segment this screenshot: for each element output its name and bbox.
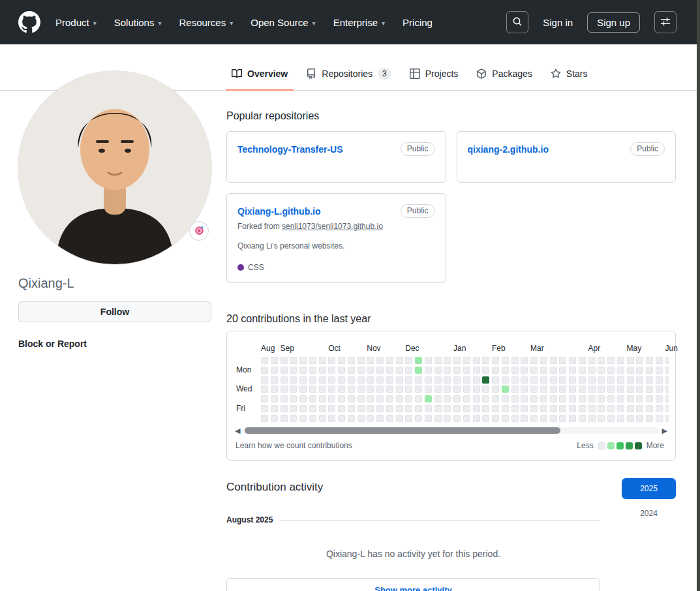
contribution-cell xyxy=(579,405,586,412)
contribution-cell xyxy=(511,357,519,364)
nav-open-source[interactable]: Open Source▾ xyxy=(251,17,315,28)
tab-repositories[interactable]: Repositories3 xyxy=(300,68,397,91)
contribution-cell xyxy=(358,357,365,364)
contribution-cell xyxy=(338,415,345,422)
block-or-report-link[interactable]: Block or Report xyxy=(18,339,211,349)
window-scrollbar[interactable] xyxy=(697,0,700,591)
year-2025-button[interactable]: 2025 xyxy=(622,478,676,499)
contribution-cell xyxy=(588,357,596,364)
year-2024-link[interactable]: 2024 xyxy=(622,509,676,518)
sign-up-button[interactable]: Sign up xyxy=(587,12,640,33)
contribution-cell xyxy=(367,357,374,364)
tab-projects[interactable]: Projects xyxy=(404,68,464,91)
fork-source-link[interactable]: senli1073/senli1073.github.io xyxy=(282,222,383,231)
search-button[interactable] xyxy=(506,11,528,33)
contribution-cell xyxy=(617,376,624,384)
contribution-cell xyxy=(261,367,268,374)
contribution-cell xyxy=(319,395,326,402)
contribution-cell xyxy=(627,395,634,402)
graph-scrollbar: ◀ ▶ xyxy=(234,427,669,434)
month-label-apr: Apr xyxy=(588,344,601,353)
nav-product[interactable]: Product▾ xyxy=(55,17,97,28)
contribution-cell xyxy=(358,367,365,374)
contribution-cell xyxy=(627,415,634,422)
nav-resources[interactable]: Resources▾ xyxy=(179,17,233,28)
day-label-fri: Fri xyxy=(236,405,245,412)
contribution-cell xyxy=(453,357,461,364)
contribution-cell xyxy=(540,376,547,384)
month-label-oct: Oct xyxy=(328,344,341,353)
contribution-cell xyxy=(367,376,374,384)
contribution-cell xyxy=(463,376,470,384)
site-header: Product▾Solutions▾Resources▾Open Source▾… xyxy=(0,0,700,44)
contribution-cell xyxy=(463,367,470,374)
contribution-cell xyxy=(482,405,489,412)
contribution-cell xyxy=(328,376,335,384)
contribution-cell xyxy=(588,415,596,422)
contribution-cell xyxy=(261,376,268,384)
repo-link[interactable]: Technology-Transfer-US xyxy=(237,144,343,155)
contribution-cell xyxy=(579,395,586,402)
contribution-cell xyxy=(444,405,451,412)
contribution-cell xyxy=(386,376,393,384)
contribution-cell xyxy=(521,367,528,374)
avatar[interactable] xyxy=(18,71,211,264)
month-label-jan: Jan xyxy=(453,344,466,353)
show-more-activity-button[interactable]: Show more activity xyxy=(226,578,600,591)
contribution-cell xyxy=(405,395,412,402)
contribution-cell xyxy=(309,386,316,393)
contribution-cell xyxy=(309,395,316,402)
contribution-cell xyxy=(463,395,470,402)
contribution-cell xyxy=(598,405,605,412)
contribution-cell xyxy=(281,376,288,384)
contribution-cell xyxy=(396,415,403,422)
contribution-cell xyxy=(396,386,403,393)
profile-status-badge[interactable] xyxy=(189,221,209,241)
repo-link[interactable]: Qixiang-L.github.io xyxy=(237,206,321,217)
graph-month-labels: AugSepOctNovDecJanFebMarAprMayJun xyxy=(261,344,669,354)
contribution-cell xyxy=(319,376,326,384)
legend-level-1 xyxy=(607,442,615,449)
contribution-cell xyxy=(627,367,634,374)
github-logo-icon[interactable] xyxy=(18,11,40,33)
contribution-graph-card: AugSepOctNovDecJanFebMarAprMayJun MonWed… xyxy=(226,331,676,461)
follow-button[interactable]: Follow xyxy=(18,301,211,322)
contribution-cell xyxy=(473,395,480,402)
contribution-cell xyxy=(540,357,547,364)
contribution-cell xyxy=(502,405,509,412)
tab-stars[interactable]: Stars xyxy=(545,68,594,91)
sign-in-link[interactable]: Sign in xyxy=(543,17,573,28)
contribution-cell xyxy=(550,357,557,364)
contribution-cell xyxy=(463,386,470,393)
contribution-cell xyxy=(309,415,316,422)
contribution-cell xyxy=(559,357,566,364)
nav-solutions[interactable]: Solutions▾ xyxy=(114,17,162,28)
contribution-cell xyxy=(261,386,268,393)
contribution-cell xyxy=(656,405,663,412)
scrollbar-thumb[interactable] xyxy=(245,427,560,434)
scroll-left-icon[interactable]: ◀ xyxy=(235,427,240,434)
tab-overview[interactable]: Overview xyxy=(226,68,294,91)
contribution-cell xyxy=(348,357,355,364)
contribution-cell xyxy=(569,415,576,422)
scrollbar-track[interactable] xyxy=(243,427,658,434)
nav-enterprise[interactable]: Enterprise▾ xyxy=(333,17,385,28)
contribution-cell xyxy=(598,415,605,422)
contribution-cell xyxy=(617,405,624,412)
contribution-cell xyxy=(559,376,566,384)
activity-heading: Contribution activity xyxy=(226,481,676,494)
contribution-cell xyxy=(405,376,412,384)
count-contributions-link[interactable]: Learn how we count contributions xyxy=(236,441,352,450)
contribution-activity-section: Contribution activity 20252024 August 20… xyxy=(226,481,676,591)
nav-pricing[interactable]: Pricing xyxy=(403,17,433,28)
contribution-cell xyxy=(261,357,268,364)
repo-link[interactable]: qixiang-2.github.io xyxy=(468,144,549,155)
scroll-right-icon[interactable]: ▶ xyxy=(662,427,667,434)
chevron-down-icon: ▾ xyxy=(230,20,233,27)
contribution-cell xyxy=(338,395,345,402)
contribution-cell xyxy=(521,357,528,364)
appearance-settings-button[interactable] xyxy=(654,11,677,33)
tab-packages[interactable]: Packages xyxy=(470,68,538,91)
contribution-cell xyxy=(405,386,412,393)
contribution-cell xyxy=(656,367,663,374)
